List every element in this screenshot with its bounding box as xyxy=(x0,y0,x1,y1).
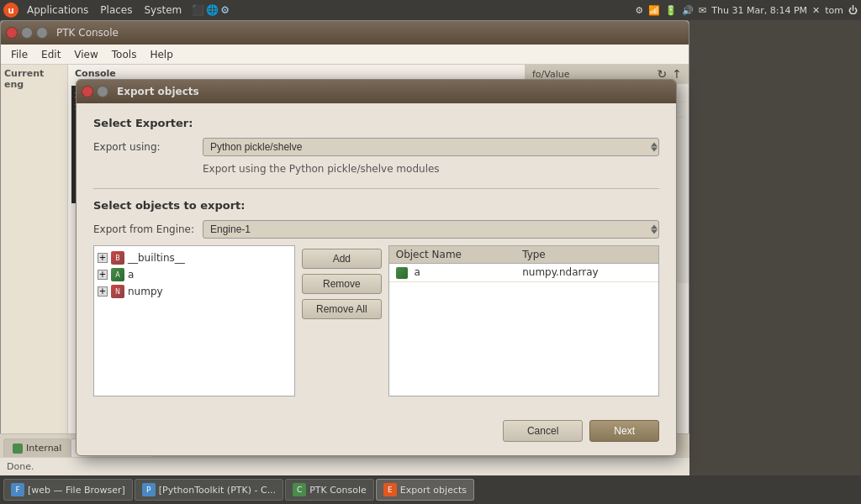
info-value-label: fo/Value xyxy=(532,69,570,80)
taskbar-bottom: F [web — File Browser] P [PythonToolkit … xyxy=(0,475,861,504)
expand-numpy[interactable]: + xyxy=(98,286,108,297)
ptk-close-btn[interactable] xyxy=(6,27,18,39)
table-row[interactable]: a numpy.ndarray xyxy=(389,264,658,282)
taskbar-top: u Applications Places System ⬛ 🌐 ⚙ ⚙ 📶 🔋… xyxy=(0,0,861,20)
table-row-name: a xyxy=(415,266,420,278)
settings-icon: ⚙ xyxy=(220,4,230,16)
section-divider xyxy=(93,188,659,189)
tree-item-builtins[interactable]: + B __builtins__ xyxy=(98,249,291,266)
ptk-menubar: File Edit View Tools Help xyxy=(1,45,689,65)
select-arrow-down xyxy=(651,148,658,152)
internal-tab-label: Internal xyxy=(26,443,61,454)
remove-button[interactable]: Remove xyxy=(302,274,382,294)
col-type: Type xyxy=(515,246,658,264)
ptk-titlebar: PTK Console xyxy=(1,21,689,45)
wifi-icon: 📶 xyxy=(648,5,660,16)
export-objects-label: Export objects xyxy=(400,485,467,496)
desktop: PTK Console File Edit View Tools Help Cu… xyxy=(0,20,861,504)
select-arrow-up xyxy=(651,143,658,147)
ptk-label: [PythonToolkit (PTK) - C... xyxy=(159,485,276,496)
tree-panel[interactable]: + B __builtins__ + A a + N numpy xyxy=(93,245,295,396)
dialog-titlebar: Export objects xyxy=(77,80,676,103)
add-button[interactable]: Add xyxy=(302,249,382,269)
status-text: Done. xyxy=(7,461,34,472)
tree-item-a[interactable]: + A a xyxy=(98,266,291,283)
file-browser-label: [web — File Browser] xyxy=(28,485,125,496)
datetime-display: Thu 31 Mar, 8:14 PM xyxy=(711,5,807,16)
close-session-icon: ✕ xyxy=(812,5,820,16)
ubuntu-logo: u xyxy=(3,3,18,18)
dialog-title: Export objects xyxy=(117,86,199,97)
network-status-icon: ⚙ xyxy=(635,5,643,16)
tree-item-numpy[interactable]: + N numpy xyxy=(98,283,291,300)
select-arrows xyxy=(651,143,658,152)
export-using-select[interactable]: Python pickle/shelve xyxy=(203,138,659,156)
remove-all-button[interactable]: Remove All xyxy=(302,299,382,319)
ptk-icon: P xyxy=(142,483,156,496)
ptk-view-menu[interactable]: View xyxy=(67,47,104,62)
next-button[interactable]: Next xyxy=(589,420,659,442)
cancel-button[interactable]: Cancel xyxy=(503,420,583,442)
export-from-label: Export from Engine: xyxy=(93,223,203,235)
table-row-icon xyxy=(396,267,408,279)
expand-a[interactable]: + xyxy=(98,270,108,280)
terminal-icon: ⬛ xyxy=(192,4,204,16)
sidebar-label: Current eng xyxy=(4,68,64,90)
select-objects-title: Select objects to export: xyxy=(93,199,659,212)
objects-container: + B __builtins__ + A a + N numpy xyxy=(93,245,659,396)
taskbar-top-right: ⚙ 📶 🔋 🔊 ✉ Thu 31 Mar, 8:14 PM ✕ tom ⏻ xyxy=(635,5,858,16)
taskbar-ptk[interactable]: P [PythonToolkit (PTK) - C... xyxy=(135,479,283,501)
network-icon: 🌐 xyxy=(206,4,219,16)
taskbar-file-browser[interactable]: F [web — File Browser] xyxy=(3,479,133,501)
file-browser-icon: F xyxy=(11,483,24,496)
export-from-select-wrapper: Engine-1 xyxy=(203,220,659,239)
taskbar-export-objects[interactable]: E Export objects xyxy=(376,479,474,501)
export-using-select-wrapper: Python pickle/shelve xyxy=(203,138,659,156)
places-menu[interactable]: Places xyxy=(95,3,137,18)
dialog-min-btn[interactable] xyxy=(97,86,108,97)
export-from-arrows xyxy=(651,225,658,234)
dialog-footer: Cancel Next xyxy=(77,410,676,455)
action-buttons: Add Remove Remove All xyxy=(302,245,382,396)
export-objects-icon: E xyxy=(383,483,397,496)
ptk-console-icon: C xyxy=(293,483,306,496)
ptk-file-menu[interactable]: File xyxy=(4,47,34,62)
taskbar-top-left: u Applications Places System ⬛ 🌐 ⚙ xyxy=(3,3,230,18)
ptk-help-menu[interactable]: Help xyxy=(143,47,179,62)
expand-builtins[interactable]: + xyxy=(98,253,108,263)
builtins-icon: B xyxy=(111,251,124,265)
battery-icon: 🔋 xyxy=(665,5,677,16)
ptk-tools-menu[interactable]: Tools xyxy=(105,47,144,62)
select-exporter-title: Select Exporter: xyxy=(93,117,659,129)
export-from-arrow-up xyxy=(651,225,658,229)
export-using-label: Export using: xyxy=(93,141,203,153)
export-from-row: Export from Engine: Engine-1 xyxy=(93,220,659,239)
applications-menu[interactable]: Applications xyxy=(22,3,93,18)
export-description: Export using the Python pickle/shelve mo… xyxy=(203,163,659,175)
ptk-max-btn[interactable] xyxy=(36,27,48,39)
export-dialog: Export objects Select Exporter: Export u… xyxy=(76,79,677,456)
email-icon: ✉ xyxy=(699,5,706,16)
username-display: tom xyxy=(825,5,843,16)
col-object-name: Object Name xyxy=(389,246,515,264)
numpy-icon: N xyxy=(111,285,124,298)
export-using-row: Export using: Python pickle/shelve xyxy=(93,138,659,156)
a-label: a xyxy=(128,269,134,281)
ptk-min-btn[interactable] xyxy=(21,27,33,39)
internal-tab-icon xyxy=(13,444,23,454)
export-from-arrow-down xyxy=(651,230,658,234)
taskbar-ptk-console[interactable]: C PTK Console xyxy=(285,479,374,501)
system-menu[interactable]: System xyxy=(139,3,187,18)
internal-tab[interactable]: Internal xyxy=(3,438,71,457)
numpy-label: numpy xyxy=(128,286,163,297)
volume-icon: 🔊 xyxy=(682,5,694,16)
export-from-select[interactable]: Engine-1 xyxy=(203,220,659,239)
ptk-window-title: PTK Console xyxy=(56,27,119,39)
power-icon: ⏻ xyxy=(848,5,858,16)
table-cell-type: numpy.ndarray xyxy=(515,264,658,282)
ptk-edit-menu[interactable]: Edit xyxy=(34,47,67,62)
dialog-body: Select Exporter: Export using: Python pi… xyxy=(77,103,676,410)
objects-table[interactable]: Object Name Type a numpy.ndarray xyxy=(388,245,659,396)
dialog-close-btn[interactable] xyxy=(82,86,93,97)
a-icon: A xyxy=(111,268,124,281)
